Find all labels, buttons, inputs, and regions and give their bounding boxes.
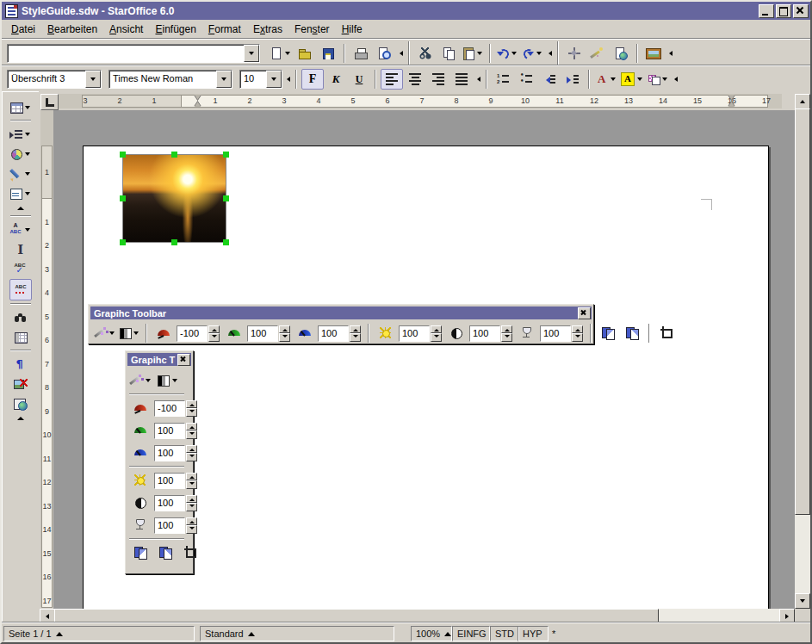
menu-item-format[interactable]: Format: [202, 22, 247, 37]
scroll-up-button[interactable]: [795, 94, 810, 109]
gamma-spinner[interactable]: 100: [154, 517, 197, 534]
page-preview-button[interactable]: [373, 43, 395, 64]
blue-spinner[interactable]: 100: [154, 445, 197, 461]
scroll-left-button[interactable]: [40, 609, 55, 623]
gauge-red-button[interactable]: [129, 398, 152, 418]
blue-value[interactable]: 100: [318, 325, 349, 342]
selection-handle[interactable]: [171, 239, 177, 245]
selection-handle[interactable]: [223, 239, 229, 245]
brightness-spinner[interactable]: 100: [399, 325, 442, 342]
draw-functions-button[interactable]: [9, 164, 33, 183]
graphic-toolbar-floating[interactable]: Grapihc Toolbar -100100100100100100: [88, 304, 594, 344]
spin-down-button[interactable]: [572, 333, 583, 342]
minimize-button[interactable]: [759, 4, 774, 18]
stylist-button[interactable]: [586, 43, 609, 64]
spin-up-button[interactable]: [186, 517, 197, 526]
menu-item-einfgen[interactable]: Einfügen: [149, 22, 201, 37]
find-replace-button[interactable]: [9, 307, 32, 327]
open-button[interactable]: [294, 43, 316, 64]
navigator-button[interactable]: [563, 43, 586, 64]
contrast-spinner[interactable]: 100: [154, 495, 197, 511]
toolbar-scroll-up-icon[interactable]: [11, 204, 30, 212]
graphic-toolbar-floating-vertical[interactable]: Grapihc T -100100100100100100: [125, 350, 194, 574]
insert-table-button[interactable]: [9, 97, 33, 117]
align-left-button[interactable]: [381, 69, 403, 90]
font-name-combo[interactable]: Times New Roman: [108, 70, 232, 89]
green-value[interactable]: 100: [154, 423, 185, 439]
selection-mode-field[interactable]: STD: [490, 626, 519, 641]
insert-object-button[interactable]: [9, 144, 33, 164]
vertical-scroll-thumb[interactable]: [795, 108, 810, 515]
align-justify-button[interactable]: [450, 69, 473, 90]
contrast-value[interactable]: 100: [154, 495, 185, 511]
spin-down-button[interactable]: [431, 333, 442, 342]
paragraph-style-combo[interactable]: Überschrift 3: [7, 70, 102, 89]
graphics-mode-button[interactable]: [118, 323, 140, 344]
horizontal-scrollbar[interactable]: [40, 609, 795, 623]
menu-item-bearbeiten[interactable]: Bearbeiten: [41, 22, 103, 37]
maximize-button[interactable]: [776, 4, 791, 18]
spin-up-button[interactable]: [501, 325, 512, 334]
close-icon[interactable]: [177, 354, 190, 366]
spin-down-button[interactable]: [208, 333, 220, 342]
green-spinner[interactable]: 100: [154, 423, 197, 439]
zoom-field[interactable]: 100%: [411, 626, 452, 641]
bold-button[interactable]: F: [301, 69, 324, 90]
gauge-green-button[interactable]: [223, 323, 245, 344]
flip-vertical-button[interactable]: [154, 542, 177, 563]
graphic-toolbar-title-bar[interactable]: Grapihc Toolbar: [90, 307, 592, 319]
cut-button[interactable]: [414, 43, 437, 64]
tab-type-selector[interactable]: [40, 94, 59, 110]
save-button[interactable]: [317, 43, 339, 64]
close-button[interactable]: [793, 4, 809, 18]
spin-down-button[interactable]: [186, 408, 197, 417]
more-buttons-icon[interactable]: [283, 71, 291, 88]
contrast-button[interactable]: [445, 323, 468, 344]
scroll-down-button[interactable]: [795, 593, 810, 609]
underline-button[interactable]: U: [348, 69, 370, 90]
spin-up-button[interactable]: [186, 423, 197, 431]
spin-down-button[interactable]: [186, 430, 197, 439]
dropdown-arrow-icon[interactable]: [23, 100, 32, 115]
contrast-button[interactable]: [129, 492, 152, 513]
copy-button[interactable]: [437, 43, 460, 64]
dropdown-arrow-icon[interactable]: [535, 46, 543, 61]
dropdown-arrow-icon[interactable]: [23, 222, 32, 238]
contrast-spinner[interactable]: 100: [469, 325, 512, 342]
align-center-button[interactable]: [404, 69, 426, 90]
spin-up-button[interactable]: [350, 325, 361, 334]
gallery-button[interactable]: [642, 43, 665, 64]
spellcheck-button[interactable]: [9, 259, 32, 279]
increase-indent-button[interactable]: [561, 69, 584, 90]
flip-horizontal-button[interactable]: [597, 323, 619, 344]
selection-handle[interactable]: [120, 152, 126, 158]
decrease-indent-button[interactable]: [538, 69, 561, 90]
online-layout-button[interactable]: [9, 393, 32, 413]
page-number-field[interactable]: Seite 1 / 1: [3, 626, 195, 641]
gauge-red-button[interactable]: [152, 323, 175, 344]
green-value[interactable]: 100: [247, 325, 278, 342]
spin-up-button[interactable]: [431, 325, 442, 334]
hyperlink-button[interactable]: [610, 43, 632, 64]
red-spinner[interactable]: -100: [154, 400, 197, 417]
dropdown-arrow-icon[interactable]: [170, 373, 179, 388]
font-size-combo[interactable]: 10: [239, 70, 282, 89]
print-button[interactable]: [350, 43, 372, 64]
dropdown-arrow-icon[interactable]: [23, 127, 32, 142]
flip-vertical-button[interactable]: [621, 323, 643, 344]
data-sources-button[interactable]: [9, 327, 32, 347]
dropdown-arrow-icon[interactable]: [23, 146, 32, 162]
paste-button[interactable]: [461, 43, 485, 64]
spin-down-button[interactable]: [501, 333, 512, 342]
menu-item-ansicht[interactable]: Ansicht: [103, 22, 149, 37]
gamma-value[interactable]: 100: [540, 325, 571, 342]
right-margin-marker[interactable]: [728, 95, 736, 107]
spin-down-button[interactable]: [279, 333, 290, 342]
brightness-value[interactable]: 100: [154, 473, 185, 489]
spin-up-button[interactable]: [572, 325, 583, 334]
bullet-list-button[interactable]: [515, 69, 537, 90]
sun-button[interactable]: [129, 470, 152, 491]
left-margin-marker[interactable]: [195, 95, 202, 107]
spin-down-button[interactable]: [186, 503, 197, 511]
font-color-button[interactable]: [594, 69, 618, 90]
